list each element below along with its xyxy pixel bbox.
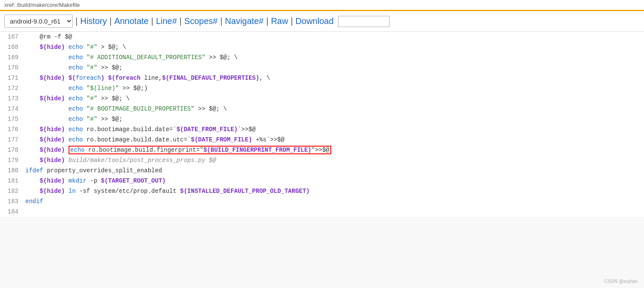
line-content: @rm -f $@: [24, 32, 72, 42]
code-line-171: 171 $(hide) $(foreach) $(foreach line,$(…: [0, 73, 644, 83]
nav-line[interactable]: Line#: [156, 16, 177, 26]
separator-7: |: [291, 16, 293, 26]
nav-scopes[interactable]: Scopes#: [184, 16, 218, 26]
line-number[interactable]: 172: [0, 83, 24, 93]
separator-2: |: [109, 16, 111, 26]
line-content: echo "$(line)" >> $@;): [24, 83, 148, 93]
line-content: $(hide) echo ro.bootimage.build.date=`$(…: [24, 124, 256, 135]
code-area: 167 @rm -f $@ 168 $(hide) echo "#" > $@;…: [0, 32, 644, 217]
line-content: ifdef property_overrides_split_enabled: [24, 165, 162, 176]
code-line-167: 167 @rm -f $@: [0, 32, 644, 42]
code-line-170: 170 echo "#" >> $@;: [0, 63, 644, 73]
line-content: $(hide) ln -sf system/etc/prop.default $…: [24, 186, 310, 196]
breadcrumb: xref: /build/make/core/Makefile: [0, 0, 644, 11]
line-number[interactable]: 170: [0, 63, 24, 73]
line-content: echo "#" >> $@;: [24, 63, 123, 73]
nav-bar: android-9.0.0_r61 | History | Annotate |…: [0, 11, 644, 32]
highlighted-code: echo ro.bootimage.build.fingerprint="$(B…: [69, 146, 331, 154]
separator-1: |: [75, 16, 78, 26]
line-number[interactable]: 183: [0, 196, 24, 207]
code-line-182: 182 $(hide) ln -sf system/etc/prop.defau…: [0, 186, 644, 196]
separator-4: |: [180, 16, 182, 26]
code-line-172: 172 echo "$(line)" >> $@;): [0, 83, 644, 93]
line-content: $(hide) echo "#" >> $@; \: [24, 93, 130, 104]
nav-annotate[interactable]: Annotate: [114, 16, 149, 26]
code-line-179: 179 $(hide) build/make/tools/post_proces…: [0, 155, 644, 165]
code-line-174: 174 echo "# BOOTIMAGE_BUILD_PROPERTIES" …: [0, 104, 644, 114]
version-select[interactable]: android-9.0.0_r61: [4, 15, 73, 28]
line-number[interactable]: 184: [0, 207, 24, 217]
line-number[interactable]: 176: [0, 124, 24, 135]
separator-5: |: [220, 16, 222, 26]
line-number[interactable]: 171: [0, 73, 24, 83]
nav-navigate[interactable]: Navigate#: [225, 16, 264, 26]
line-number[interactable]: 182: [0, 186, 24, 196]
separator-6: |: [266, 16, 268, 26]
code-line-176: 176 $(hide) echo ro.bootimage.build.date…: [0, 124, 644, 135]
line-content: echo "# BOOTIMAGE_BUILD_PROPERTIES" >> $…: [24, 104, 227, 114]
nav-download[interactable]: Download: [296, 16, 334, 26]
line-content: $(hide) echo ro.bootimage.build.fingerpr…: [24, 145, 331, 155]
code-line-173: 173 $(hide) echo "#" >> $@; \: [0, 93, 644, 104]
line-number[interactable]: 178: [0, 145, 24, 155]
nav-raw[interactable]: Raw: [271, 16, 288, 26]
line-number[interactable]: 179: [0, 155, 24, 165]
line-content: endif: [24, 196, 43, 207]
line-content: $(hide) echo "#" > $@; \: [24, 42, 126, 52]
code-line-168: 168 $(hide) echo "#" > $@; \: [0, 42, 644, 52]
line-number[interactable]: 177: [0, 135, 24, 145]
separator-3: |: [151, 16, 153, 26]
line-content: $(hide) mkdir -p $(TARGET_ROOT_OUT): [24, 176, 166, 186]
line-content: echo "#" >> $@;: [24, 114, 123, 124]
code-line-180: 180 ifdef property_overrides_split_enabl…: [0, 165, 644, 176]
line-content: echo "# ADDITIONAL_DEFAULT_PROPERTIES" >…: [24, 52, 238, 63]
line-content: $(hide) $(foreach) $(foreach line,$(FINA…: [24, 73, 270, 83]
line-number[interactable]: 168: [0, 42, 24, 52]
line-number[interactable]: 181: [0, 176, 24, 186]
search-input[interactable]: [338, 16, 389, 27]
line-number[interactable]: 169: [0, 52, 24, 63]
code-line-177: 177 $(hide) echo ro.bootimage.build.date…: [0, 135, 644, 145]
code-line-181: 181 $(hide) mkdir -p $(TARGET_ROOT_OUT): [0, 176, 644, 186]
code-line-175: 175 echo "#" >> $@;: [0, 114, 644, 124]
code-line-178: 178 $(hide) echo ro.bootimage.build.fing…: [0, 145, 644, 155]
line-content: $(hide) build/make/tools/post_process_pr…: [24, 155, 216, 165]
line-content: $(hide) echo ro.bootimage.build.date.utc…: [24, 135, 285, 145]
code-line-183: 183 endif: [0, 196, 644, 207]
code-line-169: 169 echo "# ADDITIONAL_DEFAULT_PROPERTIE…: [0, 52, 644, 63]
nav-history[interactable]: History: [80, 16, 107, 26]
line-number[interactable]: 167: [0, 32, 24, 42]
line-number[interactable]: 174: [0, 104, 24, 114]
code-line-184: 184: [0, 207, 644, 217]
line-number[interactable]: 175: [0, 114, 24, 124]
line-number[interactable]: 173: [0, 93, 24, 104]
line-number[interactable]: 180: [0, 165, 24, 176]
